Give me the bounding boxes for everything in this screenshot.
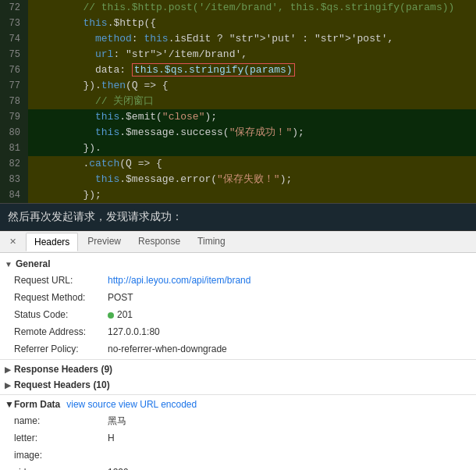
line-number: 76	[0, 62, 28, 78]
field-value[interactable]: http://api.leyou.com/api/item/brand	[108, 273, 470, 287]
line-number: 78	[0, 94, 28, 109]
response-headers-section-header[interactable]: ▶ Response Headers (9)	[0, 361, 476, 377]
line-text: .catch(Q => {	[28, 156, 476, 172]
collapse-triangle-2: ▶	[5, 365, 11, 374]
field-row: Status Code:201	[14, 306, 470, 323]
code-line: 82 .catch(Q => {	[0, 156, 476, 172]
code-line: 77 }).then(Q => {	[0, 78, 476, 94]
close-icon[interactable]: ✕	[5, 235, 21, 248]
line-text: this.$http({	[28, 16, 476, 31]
line-number: 77	[0, 78, 28, 94]
line-number: 75	[0, 47, 28, 62]
code-line: 78 // 关闭窗口	[0, 94, 476, 109]
line-text: url: "str">'/item/brand',	[28, 47, 476, 62]
panel-content: ▼ General Request URL:http://api.leyou.c…	[0, 253, 476, 470]
response-headers-title: Response Headers (9)	[14, 364, 112, 375]
line-text: // this.$http.post('/item/brand', this.$…	[28, 0, 476, 16]
line-text: }).	[28, 141, 476, 156]
line-text: });	[28, 187, 476, 203]
form-field-value: H	[108, 431, 470, 445]
code-line: 75 url: "str">'/item/brand',	[0, 47, 476, 62]
code-line: 84 });	[0, 187, 476, 203]
section-divider-text: 然后再次发起请求，发现请求成功：	[0, 204, 476, 231]
network-tab-timing[interactable]: Timing	[190, 233, 233, 251]
code-line: 81 }).	[0, 141, 476, 156]
form-field-row: image:	[14, 447, 470, 464]
form-field-value: 黑马	[108, 414, 470, 428]
line-text: this.$message.success("保存成功！");	[28, 125, 476, 141]
code-line: 76 data: this.$qs.stringify(params)	[0, 62, 476, 78]
line-number: 80	[0, 125, 28, 141]
general-fields: Request URL:http://api.leyou.com/api/ite…	[0, 272, 476, 358]
request-headers-title: Request Headers (10)	[14, 379, 110, 390]
field-label: Referrer Policy:	[14, 342, 108, 356]
network-tab-preview[interactable]: Preview	[80, 233, 129, 251]
field-row: Request Method:POST	[14, 289, 470, 306]
general-section-header[interactable]: ▼ General	[0, 256, 476, 272]
form-field-label: name:	[14, 414, 108, 428]
line-text: this.$message.error("保存失败！");	[28, 172, 476, 187]
line-number: 72	[0, 0, 28, 16]
collapse-triangle-3: ▶	[5, 381, 11, 390]
line-number: 74	[0, 31, 28, 47]
field-label: Request URL:	[14, 273, 108, 287]
field-value: POST	[108, 290, 470, 304]
form-field-label: image:	[14, 448, 108, 462]
line-number: 81	[0, 141, 28, 156]
code-section: 72 // this.$http.post('/item/brand', thi…	[0, 0, 476, 204]
field-row: Request URL:http://api.leyou.com/api/ite…	[14, 272, 470, 289]
request-headers-section-header[interactable]: ▶ Request Headers (10)	[0, 377, 476, 393]
code-line: 83 this.$message.error("保存失败！");	[0, 172, 476, 187]
field-label: Request Method:	[14, 290, 108, 304]
line-number: 73	[0, 16, 28, 31]
network-tab-bar: ✕ HeadersPreviewResponseTiming	[0, 231, 476, 253]
form-field-value: 1329	[108, 465, 470, 470]
code-line: 80 this.$message.success("保存成功！");	[0, 125, 476, 141]
line-text: }).then(Q => {	[28, 78, 476, 94]
highlighted-code: this.$qs.stringify(params)	[132, 63, 295, 77]
line-number: 79	[0, 109, 28, 125]
collapse-triangle-4: ▼	[5, 399, 14, 410]
line-text: this.$emit("close");	[28, 109, 476, 125]
general-title: General	[16, 258, 51, 269]
code-line: 72 // this.$http.post('/item/brand', thi…	[0, 0, 476, 16]
field-value: 127.0.0.1:80	[108, 325, 470, 339]
field-row: Referrer Policy:no-referrer-when-downgra…	[14, 340, 470, 358]
view-source-link[interactable]: view source view URL encoded	[66, 399, 197, 410]
network-tab-response[interactable]: Response	[130, 233, 188, 251]
form-field-row: letter:H	[14, 429, 470, 447]
line-number: 84	[0, 187, 28, 203]
line-text: // 关闭窗口	[28, 94, 476, 109]
line-number: 83	[0, 172, 28, 187]
form-field-label: letter:	[14, 431, 108, 445]
line-text: method: this.isEdit ? "str">'put' : "str…	[28, 31, 476, 47]
field-label: Remote Address:	[14, 325, 108, 339]
field-row: Remote Address:127.0.0.1:80	[14, 323, 470, 340]
form-data-title: Form Data	[14, 399, 60, 410]
line-text: data: this.$qs.stringify(params)	[28, 62, 476, 78]
network-tab-headers[interactable]: Headers	[26, 233, 78, 251]
form-data-header[interactable]: ▼ Form Data view source view URL encoded	[0, 397, 476, 412]
code-line: 73 this.$http({	[0, 16, 476, 31]
code-line: 74 method: this.isEdit ? "str">'put' : "…	[0, 31, 476, 47]
field-label: Status Code:	[14, 308, 108, 322]
form-field-label: cids:	[14, 465, 108, 470]
collapse-triangle: ▼	[5, 260, 12, 269]
field-value: no-referrer-when-downgrade	[108, 342, 470, 356]
form-data-content: name:黑马letter:Himage:cids:1329	[0, 412, 476, 470]
code-line: 79 this.$emit("close");	[0, 109, 476, 125]
form-field-row: name:黑马	[14, 412, 470, 429]
field-value: 201	[108, 308, 470, 322]
form-field-value	[108, 448, 470, 462]
line-number: 82	[0, 156, 28, 172]
status-dot	[108, 312, 114, 319]
network-panel: ✕ HeadersPreviewResponseTiming ▼ General…	[0, 231, 476, 470]
form-field-row: cids:1329	[14, 464, 470, 470]
